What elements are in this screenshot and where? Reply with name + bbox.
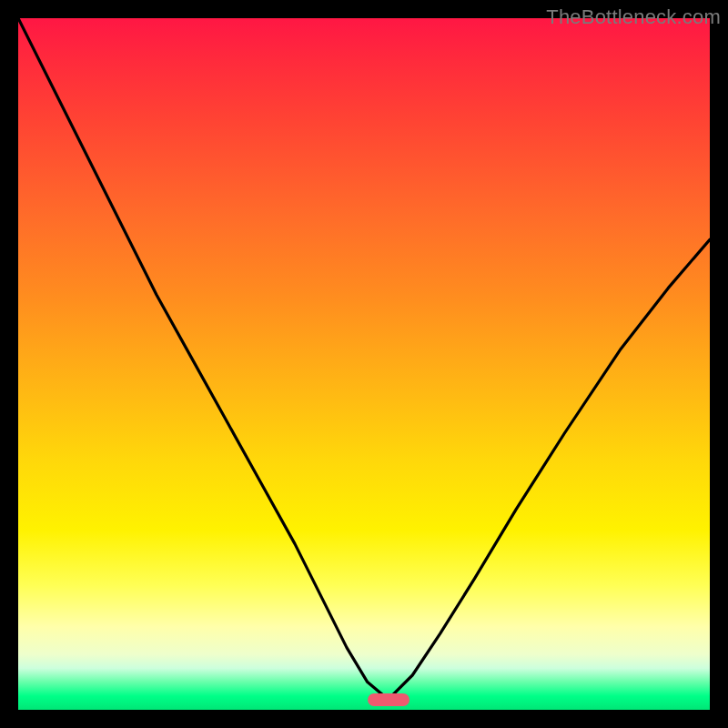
chart-frame — [18, 18, 710, 710]
watermark-text: TheBottleneck.com — [546, 5, 721, 29]
chart-gradient-background — [18, 18, 710, 710]
minimum-marker-pill — [368, 693, 410, 706]
